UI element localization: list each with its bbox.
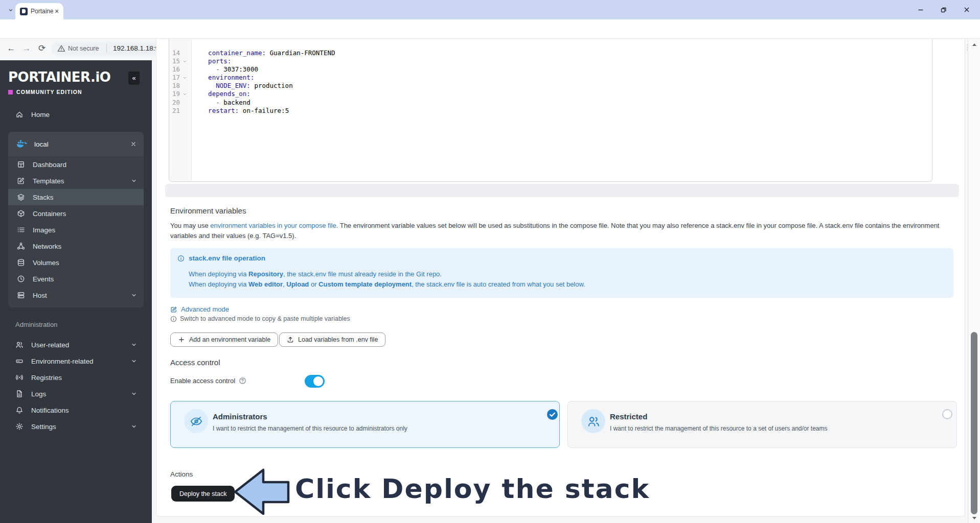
scroll-up-icon[interactable]: [971, 42, 977, 48]
sidebar-item-registries[interactable]: Registries: [0, 369, 152, 386]
code-line[interactable]: 20 - backend: [169, 99, 932, 107]
tab-close-icon[interactable]: ×: [53, 7, 61, 15]
line-number: 18: [169, 82, 180, 90]
hint-info-icon: [170, 316, 177, 322]
restricted-option-card[interactable]: Restricted I want to restrict the manage…: [567, 401, 957, 448]
code-line[interactable]: 19 depends_on:: [169, 90, 932, 98]
edition-badge: COMMUNITY EDITION: [8, 89, 82, 95]
sidebar-item-notifications[interactable]: Notifications: [0, 402, 152, 418]
chevron-down-icon: [130, 423, 138, 430]
code-line[interactable]: 15 ports:: [169, 57, 932, 65]
sidebar-item-networks[interactable]: Networks: [8, 238, 144, 254]
restricted-title: Restricted: [610, 412, 647, 421]
sidebar-item-templates[interactable]: Templates: [8, 173, 144, 189]
deploy-stack-button[interactable]: Deploy the stack: [171, 486, 235, 502]
administration-menu: User-relatedEnvironment-relatedRegistrie…: [0, 337, 152, 435]
info-text: When deploying via: [189, 280, 248, 288]
annotation-arrow-icon: [232, 466, 292, 518]
sidebar-item-images[interactable]: Images: [8, 222, 144, 238]
info-bold: Repository: [248, 270, 283, 278]
code-line[interactable]: 21 restart: on-failure:5: [169, 107, 932, 115]
sidebar-item-label: Containers: [33, 210, 66, 218]
tab-search-chevron-icon[interactable]: [5, 5, 16, 16]
code-line[interactable]: 18 NODE_ENV: production: [169, 82, 932, 90]
administration-label: Administration: [15, 321, 57, 328]
fold-chevron-icon[interactable]: [180, 57, 189, 65]
sidebar-item-logs[interactable]: Logs: [0, 386, 152, 402]
users-icon: [581, 409, 605, 433]
unselected-radio-icon[interactable]: [942, 409, 952, 419]
fold-spacer: [180, 107, 189, 115]
sidebar-item-user-related[interactable]: User-related: [0, 337, 152, 353]
scroll-down-icon[interactable]: [971, 515, 977, 521]
sidebar-item-label: Registries: [31, 374, 62, 382]
info-text: , the stack.env file is auto created fro…: [412, 280, 585, 288]
sidebar-collapse-button[interactable]: «: [128, 72, 140, 85]
fold-chevron-icon[interactable]: [180, 90, 189, 98]
code-line[interactable]: 16 - 3037:3000: [169, 65, 932, 74]
sidebar-item-label: User-related: [31, 341, 69, 349]
host-icon: [17, 291, 25, 299]
stacks-icon: [17, 193, 25, 201]
access-control-toggle[interactable]: [305, 375, 325, 388]
environment-icon: [15, 357, 24, 365]
deploy-stack-label: Deploy the stack: [179, 490, 226, 497]
tab-title: Portainer: [31, 8, 53, 16]
sidebar-item-home[interactable]: Home: [0, 106, 152, 123]
page-scrollbar[interactable]: [968, 39, 980, 523]
plus-icon: [178, 336, 185, 343]
desc-text: You may use: [170, 222, 210, 229]
advanced-mode-hint-text: Switch to advanced mode to copy & paste …: [180, 315, 350, 322]
sidebar-item-environment-related[interactable]: Environment-related: [0, 353, 152, 369]
window-minimize-icon[interactable]: [917, 6, 925, 14]
code-text: restart: on-failure:5: [189, 107, 289, 115]
edition-square-icon: [8, 90, 13, 94]
portainer-logo: PORTAINER.iO: [8, 69, 110, 85]
sidebar-item-settings[interactable]: Settings: [0, 418, 152, 435]
sidebar-item-volumes[interactable]: Volumes: [8, 254, 144, 271]
not-secure-warning-icon: [57, 44, 65, 53]
line-number: 16: [169, 65, 180, 74]
environment-name: local: [34, 140, 49, 148]
code-line[interactable]: 17 environment:: [169, 74, 932, 82]
sidebar-item-events[interactable]: Events: [8, 271, 144, 287]
compose-env-vars-link[interactable]: environment variables in your compose fi…: [210, 222, 336, 229]
advanced-mode-link[interactable]: Advanced mode: [170, 305, 229, 313]
sidebar-item-containers[interactable]: Containers: [8, 205, 144, 222]
sidebar-item-label: Networks: [33, 243, 61, 250]
fold-chevron-icon[interactable]: [180, 74, 189, 82]
sidebar-item-dashboard[interactable]: Dashboard: [8, 156, 144, 173]
access-control-heading: Access control: [170, 358, 220, 367]
reload-icon[interactable]: ⟳: [36, 42, 48, 55]
load-env-file-button[interactable]: Load variables from .env file: [279, 332, 385, 347]
environment-header[interactable]: local: [8, 132, 144, 156]
docker-whale-icon: [16, 140, 28, 149]
bell-icon: [15, 406, 24, 414]
environment-close-icon[interactable]: [130, 140, 137, 148]
sidebar-item-stacks[interactable]: Stacks: [8, 189, 144, 205]
info-line-webeditor: When deploying via Web editor, Upload or…: [189, 280, 585, 288]
code-text: environment:: [189, 74, 254, 82]
line-number: 15: [169, 57, 180, 65]
forward-icon[interactable]: →: [20, 42, 33, 55]
env-variables-heading: Environment variables: [170, 206, 246, 215]
add-env-variable-button[interactable]: Add an environment variable: [170, 332, 278, 347]
browser-tab[interactable]: Portainer ×: [15, 3, 63, 19]
sidebar-item-label: Settings: [31, 423, 56, 431]
code-text: container_name: Guardian-FRONTEND: [189, 49, 335, 57]
chevron-down-icon: [130, 341, 138, 348]
administrators-option-card[interactable]: Administrators I want to restrict the ma…: [170, 401, 560, 448]
code-line[interactable]: 14 container_name: Guardian-FRONTEND: [169, 49, 932, 57]
window-close-icon[interactable]: [963, 6, 971, 14]
templates-icon: [17, 177, 25, 185]
compose-editor[interactable]: 14 container_name: Guardian-FRONTEND15 p…: [169, 39, 932, 182]
window-restore-icon[interactable]: [940, 6, 948, 14]
help-circle-icon[interactable]: [239, 377, 246, 385]
chevron-down-icon: [130, 177, 138, 184]
home-icon: [15, 110, 24, 118]
not-secure-label[interactable]: Not secure: [68, 41, 99, 56]
sidebar-item-host[interactable]: Host: [8, 287, 144, 303]
info-text: When deploying via: [189, 270, 248, 278]
scrollbar-thumb[interactable]: [971, 332, 977, 514]
back-icon[interactable]: ←: [5, 42, 17, 55]
